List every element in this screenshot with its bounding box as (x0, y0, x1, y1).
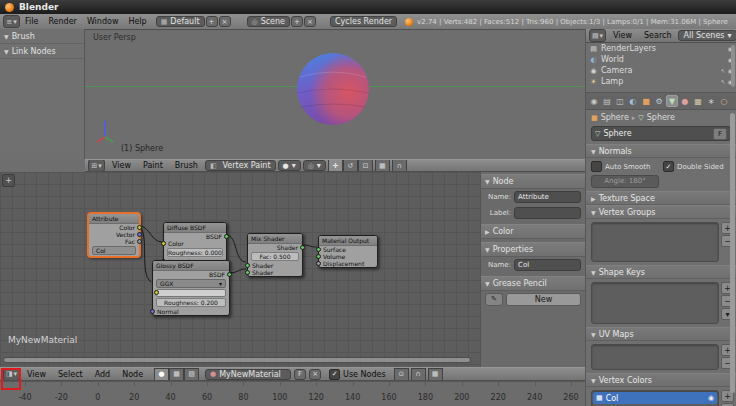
menu-view[interactable]: View (608, 31, 637, 40)
properties-panel-header[interactable]: ▼ Properties (481, 242, 585, 257)
shape-keys-panel-header[interactable]: ▼ Shape Keys (586, 265, 736, 279)
glossy-color-swatch[interactable] (156, 289, 226, 297)
attribute-name-field[interactable]: Col (92, 246, 136, 255)
vertex-colors-panel-header[interactable]: ▼ Vertex Colors (586, 373, 736, 387)
volume-input-socket[interactable] (316, 254, 321, 259)
material-datablock-selector[interactable]: ● MyNewMaterial (205, 369, 291, 380)
pivot-selector[interactable]: ◎ ▾ (303, 160, 326, 171)
shader-input-socket[interactable] (245, 270, 250, 275)
grease-pencil-draw-icon[interactable]: ✎ (485, 293, 503, 306)
menu-render[interactable]: Render (43, 17, 81, 26)
outliner-item-camera[interactable]: ◉ Camera ↖◉ (586, 65, 736, 76)
use-nodes-checkbox[interactable]: ✓ (329, 369, 340, 380)
node-attribute[interactable]: Attribute Color Vector Fac Col (88, 213, 140, 257)
use-nodes-toggle[interactable]: ✓ Use Nodes (329, 369, 386, 380)
auto-smooth-checkbox[interactable]: Auto Smooth (591, 161, 659, 172)
add-scene-button[interactable]: + (291, 16, 303, 27)
pin-icon[interactable]: ⊙ (394, 368, 409, 381)
outliner-scrollbar[interactable] (731, 45, 735, 87)
properties-scrollbar[interactable] (730, 113, 735, 393)
scale-manipulator-icon[interactable]: ⊡ (358, 159, 373, 172)
outliner-item-renderlayers[interactable]: ▤ RenderLayers ◉ (586, 43, 736, 54)
editor-type-3dview-icon[interactable]: ⊞▾ (88, 159, 105, 172)
brush-panel-header[interactable]: ▼ Brush (0, 29, 84, 44)
delete-scene-button[interactable]: × (304, 16, 316, 27)
fake-user-button[interactable]: F (713, 128, 727, 140)
node-glossy-title[interactable]: Glossy BSDF (153, 261, 229, 271)
menu-select[interactable]: Select (53, 370, 88, 379)
node-glossy-bsdf[interactable]: Glossy BSDF BSDF GGX▾ Roughness: 0.200 N… (152, 260, 230, 316)
timeline-ruler[interactable]: -40-200204060801001201401601802002202402… (0, 381, 585, 406)
node-editor-hscrollbar[interactable] (3, 357, 471, 363)
viewport-3d[interactable]: User Persp (1) Sphere (85, 29, 585, 159)
render-engine-selector[interactable]: Cycles Render (330, 16, 397, 27)
viewport-shading-selector[interactable]: ● ▾ (278, 160, 301, 171)
tab-render-layers[interactable]: ▤ (601, 95, 613, 107)
mesh-name-field[interactable]: ▽ Sphere F (591, 126, 731, 141)
vertex-groups-panel-header[interactable]: ▼ Vertex Groups (586, 205, 736, 219)
menu-add[interactable]: Add (90, 370, 116, 379)
rotate-manipulator-icon[interactable]: ↺ (343, 159, 358, 172)
vertex-colors-list[interactable]: ▦ Col ◉ (591, 390, 719, 406)
color-panel-header[interactable]: ▶ Color (481, 224, 585, 239)
editor-type-info-icon[interactable]: ≡▾ (3, 15, 20, 28)
node-name-field[interactable]: Attribute (514, 191, 581, 203)
fac-output-socket[interactable] (137, 239, 142, 244)
node-output-title[interactable]: Material Output (319, 236, 377, 246)
bsdf-output-socket[interactable] (227, 272, 232, 277)
menu-paint[interactable]: Paint (138, 161, 168, 170)
node-editor[interactable]: + Attribute Color Vector Fac Col Diffuse… (0, 172, 585, 367)
menu-file[interactable]: File (20, 17, 43, 26)
backdrop-icon[interactable]: ▦ (428, 368, 443, 381)
surface-input-socket[interactable] (316, 247, 321, 252)
vertex-groups-list[interactable] (591, 222, 719, 262)
tab-material[interactable]: ● (679, 95, 691, 107)
breadcrumb-object[interactable]: Sphere (601, 113, 629, 122)
node-diffuse-title[interactable]: Diffuse BSDF (164, 223, 226, 233)
node-label-field[interactable] (514, 207, 581, 219)
restrict-select-icon[interactable]: ↖ (721, 67, 726, 74)
shader-nodes-icon[interactable]: ● (154, 368, 169, 381)
texture-nodes-icon[interactable]: ▨ (184, 368, 199, 381)
tab-modifiers[interactable]: ⚙ (653, 95, 665, 107)
sphere-object[interactable] (295, 51, 371, 127)
checkbox-box[interactable] (591, 161, 602, 172)
normal-input-socket[interactable] (150, 309, 155, 314)
checkbox-box[interactable]: ✓ (663, 161, 674, 172)
node-attribute-title[interactable]: Attribute (89, 214, 139, 224)
shader-input-socket[interactable] (245, 263, 250, 268)
node-mix-shader[interactable]: Mix Shader Shader Fac: 0.500 Shader Shad… (247, 233, 303, 277)
vector-output-socket[interactable] (137, 232, 142, 237)
compositing-nodes-icon[interactable]: ▦ (169, 368, 184, 381)
tab-physics[interactable]: ○ (718, 95, 730, 107)
diffuse-roughness-slider[interactable]: Roughness: 0.000 (167, 248, 223, 257)
attribute-prop-name-field[interactable]: Col (514, 259, 581, 271)
displacement-input-socket[interactable] (316, 261, 321, 266)
tab-texture[interactable]: ▦ (692, 95, 704, 107)
menu-help[interactable]: Help (123, 17, 151, 26)
editor-type-outliner-icon[interactable]: ▤▾ (589, 29, 606, 42)
hscrollbar-thumb[interactable] (4, 358, 470, 362)
screen-layout-selector[interactable]: ▦ Default (156, 16, 205, 27)
grease-pencil-panel-header[interactable]: ▼ Grease Pencil (481, 276, 585, 291)
menu-view[interactable]: View (22, 370, 51, 379)
tab-particles[interactable]: ∗ (705, 95, 717, 107)
uv-maps-panel-header[interactable]: ▼ UV Maps (586, 327, 736, 341)
restrict-select-icon[interactable]: ↖ (721, 78, 726, 85)
menu-window[interactable]: Window (82, 17, 124, 26)
tab-scene[interactable]: ◫ (614, 95, 626, 107)
translate-manipulator-icon[interactable]: ✛ (328, 159, 343, 172)
link-nodes-panel-header[interactable]: ▼ Link Nodes (0, 44, 84, 59)
fake-user-button[interactable]: F (294, 369, 306, 380)
menu-node[interactable]: Node (117, 370, 148, 379)
layers-icon[interactable]: ▦ (375, 159, 390, 172)
menu-search[interactable]: Search (639, 31, 676, 40)
color-input-socket[interactable] (154, 290, 159, 295)
auto-smooth-angle-slider[interactable]: Angle: 180° (591, 175, 659, 188)
double-sided-checkbox[interactable]: ✓ Double Sided (663, 161, 731, 172)
scene-selector[interactable]: ◎ Scene (247, 16, 291, 27)
unlink-material-button[interactable]: × (309, 369, 321, 380)
outliner-item-world[interactable]: ◐ World ◉ (586, 54, 736, 65)
glossy-distribution-dropdown[interactable]: GGX▾ (156, 279, 226, 288)
node-panel-header[interactable]: ▼ Node (481, 174, 585, 189)
